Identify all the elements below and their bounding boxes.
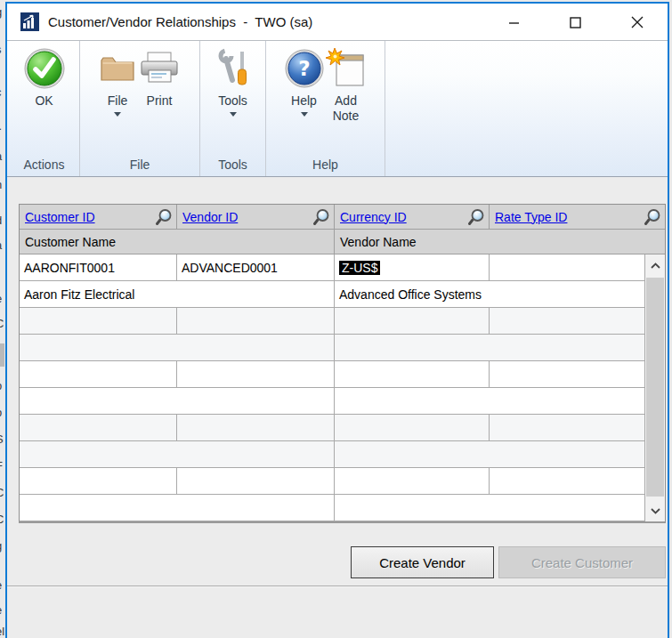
- grid-cell[interactable]: [20, 441, 335, 468]
- grid-cell[interactable]: [335, 388, 644, 415]
- cell-rate-type-id[interactable]: [490, 254, 644, 281]
- rate-type-id-lookup-icon[interactable]: [644, 208, 661, 226]
- add-note-icon: [326, 46, 367, 91]
- empty-id-row: [20, 415, 644, 441]
- grid-cell[interactable]: [177, 468, 335, 495]
- scroll-down-button[interactable]: [645, 500, 665, 521]
- grid-cell[interactable]: [335, 361, 490, 388]
- relationships-grid: Customer ID Vendor ID: [19, 204, 666, 523]
- scrollbar-thumb[interactable]: [646, 278, 664, 497]
- record-1-id-row: AARONFIT0001 ADVANCED0001 Z-US$: [20, 254, 644, 281]
- maximize-icon: [570, 17, 581, 28]
- cell-customer-name[interactable]: Aaron Fitz Electrical: [20, 281, 335, 308]
- ribbon-group-label-file: File: [80, 157, 199, 172]
- subheader-vendor-name: Vendor Name: [335, 230, 665, 254]
- ok-button[interactable]: OK: [24, 46, 65, 109]
- grid-cell[interactable]: [490, 415, 644, 441]
- close-button[interactable]: [606, 4, 668, 41]
- currency-id-sort-link[interactable]: Currency ID: [340, 210, 407, 224]
- cell-vendor-id[interactable]: ADVANCED0001: [177, 254, 335, 281]
- grid-cell[interactable]: [20, 361, 177, 388]
- currency-id-lookup-icon[interactable]: [467, 208, 485, 226]
- background-window-scrollbar-fragment: [0, 343, 4, 367]
- create-customer-button[interactable]: Create Customer: [498, 546, 666, 578]
- grid-cell[interactable]: [20, 388, 335, 415]
- vertical-scrollbar[interactable]: [644, 254, 665, 521]
- rate-type-id-sort-link[interactable]: Rate Type ID: [495, 210, 567, 224]
- maximize-button[interactable]: [545, 4, 606, 41]
- column-header-currency-id: Currency ID: [335, 205, 490, 230]
- empty-name-row: [20, 335, 644, 361]
- record-1-name-row: Aaron Fitz Electrical Advanced Office Sy…: [20, 281, 644, 308]
- chevron-down-icon: [651, 508, 660, 514]
- grid-cell[interactable]: [177, 361, 335, 388]
- svg-text:?: ?: [298, 57, 310, 80]
- minimize-icon: [508, 17, 520, 28]
- file-menu-button[interactable]: File: [99, 46, 136, 117]
- grid-cell[interactable]: [20, 495, 335, 521]
- ribbon-group-actions: OK Actions: [9, 41, 80, 176]
- grid-cell[interactable]: [335, 441, 644, 468]
- ribbon-toolbar: OK Actions File: [7, 41, 668, 177]
- chevron-down-icon: [301, 112, 308, 117]
- customer-id-sort-link[interactable]: Customer ID: [25, 210, 95, 224]
- column-header-customer-id: Customer ID: [20, 205, 177, 230]
- add-note-button[interactable]: Add Note: [326, 46, 367, 124]
- vendor-id-sort-link[interactable]: Vendor ID: [182, 210, 238, 224]
- help-icon: ?: [285, 46, 324, 91]
- cell-currency-id[interactable]: Z-US$: [335, 254, 490, 281]
- grid-cell[interactable]: [335, 495, 644, 521]
- scroll-up-button[interactable]: [645, 254, 665, 276]
- grid-cell[interactable]: [490, 308, 644, 335]
- grid-cell[interactable]: [490, 468, 644, 495]
- grid-cell[interactable]: [335, 308, 490, 335]
- grid-cell[interactable]: [335, 468, 490, 495]
- empty-id-row: [20, 468, 644, 495]
- ribbon-group-label-actions: Actions: [9, 157, 79, 172]
- close-icon: [631, 16, 644, 28]
- tools-menu-button[interactable]: Tools: [215, 46, 251, 117]
- grid-cell[interactable]: [177, 308, 335, 335]
- grid-cell[interactable]: [20, 308, 177, 335]
- tools-menu-label: Tools: [218, 93, 247, 109]
- grid-cell[interactable]: [335, 335, 644, 361]
- window-bottom-divider: [7, 586, 668, 587]
- customer-vendor-relationships-window: Customer/Vendor Relationships - TWO (sa): [5, 2, 669, 638]
- currency-id-selected-text[interactable]: Z-US$: [339, 261, 380, 275]
- app-icon: [20, 12, 39, 31]
- printer-icon: [138, 46, 181, 91]
- grid-cell[interactable]: [20, 468, 177, 495]
- chevron-down-icon: [230, 112, 237, 117]
- grid-cell[interactable]: [20, 415, 177, 441]
- grid-cell[interactable]: [20, 335, 335, 361]
- ribbon-group-help: ? Help: [266, 41, 385, 176]
- grid-cell[interactable]: [490, 361, 644, 388]
- chevron-down-icon: [114, 112, 121, 117]
- create-vendor-button[interactable]: Create Vendor: [351, 546, 494, 578]
- ok-button-label: OK: [35, 93, 53, 109]
- ribbon-group-label-tools: Tools: [200, 157, 265, 172]
- subheader-customer-name: Customer Name: [20, 230, 335, 254]
- help-menu-button[interactable]: ? Help: [285, 46, 324, 124]
- print-button[interactable]: Print: [138, 46, 181, 117]
- grid-rows: AARONFIT0001 ADVANCED0001 Z-US$ Aaron Fi…: [20, 254, 644, 521]
- folder-icon: [99, 46, 136, 91]
- grid-cell[interactable]: [335, 415, 490, 441]
- customer-id-lookup-icon[interactable]: [155, 208, 173, 226]
- empty-name-row: [20, 441, 644, 468]
- file-menu-label: File: [108, 93, 128, 109]
- cell-vendor-name[interactable]: Advanced Office Systems: [335, 281, 644, 308]
- grid-subheader-row: Customer Name Vendor Name: [20, 230, 665, 254]
- column-header-rate-type-id: Rate Type ID: [490, 205, 665, 230]
- grid-cell[interactable]: [177, 415, 335, 441]
- column-header-vendor-id: Vendor ID: [177, 205, 335, 230]
- print-button-label: Print: [147, 93, 173, 109]
- ok-check-icon: [24, 46, 65, 91]
- cell-customer-id[interactable]: AARONFIT0001: [20, 254, 177, 281]
- empty-id-row: [20, 361, 644, 388]
- minimize-button[interactable]: [483, 4, 545, 41]
- tools-icon: [215, 46, 251, 91]
- add-note-label: Add Note: [327, 93, 366, 124]
- vendor-id-lookup-icon[interactable]: [312, 208, 330, 226]
- ribbon-group-file: File: [80, 41, 200, 176]
